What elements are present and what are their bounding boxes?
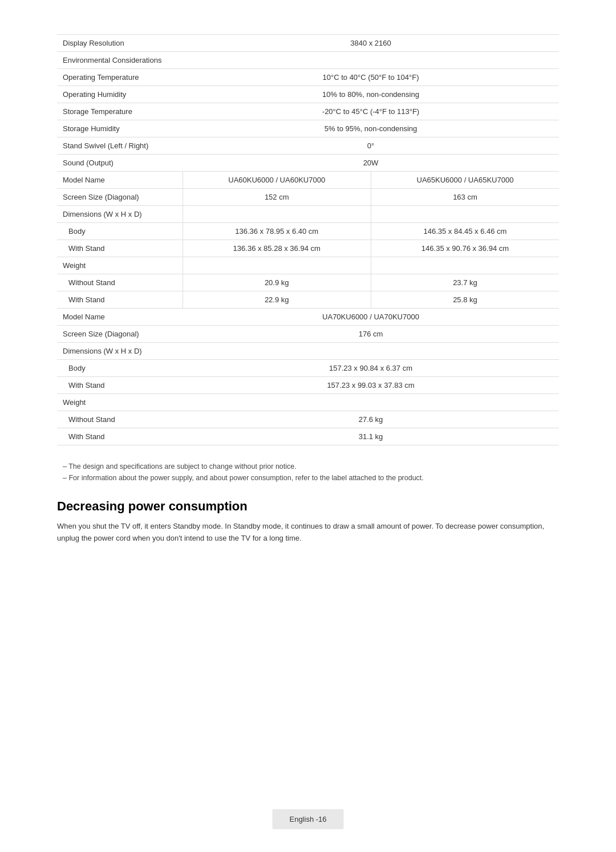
row-value-col2: 146.35 x 90.76 x 36.94 cm xyxy=(371,240,559,257)
note-2: – For information about the power supply… xyxy=(57,474,559,482)
row-label: Operating Temperature xyxy=(57,69,183,86)
table-row: Operating Temperature 10°C to 40°C (50°F… xyxy=(57,69,559,86)
row-value: 10°C to 40°C (50°F to 104°F) xyxy=(183,69,559,86)
table-row: Weight xyxy=(57,394,559,411)
row-value: 10% to 80%, non-condensing xyxy=(183,86,559,103)
row-value-col1: 136.36 x 85.28 x 36.94 cm xyxy=(183,240,371,257)
row-value: 157.23 x 99.03 x 37.83 cm xyxy=(183,377,559,394)
row-label: Storage Temperature xyxy=(57,103,183,120)
row-label: Without Stand xyxy=(57,274,183,291)
page-container: Display Resolution 3840 x 2160 Environme… xyxy=(0,0,616,590)
row-value-col2 xyxy=(371,206,559,223)
row-value: 3840 x 2160 xyxy=(183,35,559,52)
table-row: With Stand 31.1 kg xyxy=(57,428,559,445)
row-value: 20W xyxy=(183,155,559,172)
table-row: Environmental Considerations xyxy=(57,52,559,69)
table-row: Without Stand 20.9 kg 23.7 kg xyxy=(57,274,559,291)
row-label: Sound (Output) xyxy=(57,155,183,172)
table-row: Sound (Output) 20W xyxy=(57,155,559,172)
table-row-model2-header: Model Name UA70KU6000 / UA70KU7000 xyxy=(57,309,559,326)
row-value: 31.1 kg xyxy=(183,428,559,445)
row-value-col1: 152 cm xyxy=(183,189,371,206)
row-label: Body xyxy=(57,360,183,377)
table-row: Storage Humidity 5% to 95%, non-condensi… xyxy=(57,120,559,137)
row-label: Screen Size (Diagonal) xyxy=(57,326,183,343)
table-row: Storage Temperature -20°C to 45°C (-4°F … xyxy=(57,103,559,120)
row-label: With Stand xyxy=(57,291,183,309)
row-value-col2 xyxy=(371,257,559,274)
table-row: Screen Size (Diagonal) 176 cm xyxy=(57,326,559,343)
row-label: Model Name xyxy=(57,309,183,326)
row-label: Weight xyxy=(57,394,183,411)
table-row: With Stand 136.36 x 85.28 x 36.94 cm 146… xyxy=(57,240,559,257)
row-value: -20°C to 45°C (-4°F to 113°F) xyxy=(183,103,559,120)
row-label: Screen Size (Diagonal) xyxy=(57,189,183,206)
row-value: 176 cm xyxy=(183,326,559,343)
row-value: 0° xyxy=(183,137,559,155)
table-row-model-header: Model Name UA60KU6000 / UA60KU7000 UA65K… xyxy=(57,172,559,189)
row-label: Stand Swivel (Left / Right) xyxy=(57,137,183,155)
decreasing-power-section: Decreasing power consumption When you sh… xyxy=(57,499,559,545)
row-label: With Stand xyxy=(57,377,183,394)
footer-label: English -16 xyxy=(289,815,326,823)
table-row: Screen Size (Diagonal) 152 cm 163 cm xyxy=(57,189,559,206)
table-row: Dimensions (W x H x D) xyxy=(57,343,559,360)
page-footer: English -16 xyxy=(272,809,343,829)
section-body: When you shut the TV off, it enters Stan… xyxy=(57,521,559,545)
row-value xyxy=(183,52,559,69)
row-label: Weight xyxy=(57,257,183,274)
table-row: With Stand 157.23 x 99.03 x 37.83 cm xyxy=(57,377,559,394)
row-label: With Stand xyxy=(57,240,183,257)
row-value-col1: 136.36 x 78.95 x 6.40 cm xyxy=(183,223,371,240)
row-label: Without Stand xyxy=(57,411,183,428)
row-value: 157.23 x 90.84 x 6.37 cm xyxy=(183,360,559,377)
row-value: UA70KU6000 / UA70KU7000 xyxy=(183,309,559,326)
row-label: Body xyxy=(57,223,183,240)
row-value-col2: 23.7 kg xyxy=(371,274,559,291)
row-label: Operating Humidity xyxy=(57,86,183,103)
table-row: Operating Humidity 10% to 80%, non-conde… xyxy=(57,86,559,103)
table-row: With Stand 22.9 kg 25.8 kg xyxy=(57,291,559,309)
row-value-col2: 25.8 kg xyxy=(371,291,559,309)
row-value xyxy=(183,343,559,360)
table-row: Without Stand 27.6 kg xyxy=(57,411,559,428)
row-value-col2: UA65KU6000 / UA65KU7000 xyxy=(371,172,559,189)
row-value: 27.6 kg xyxy=(183,411,559,428)
row-label: Storage Humidity xyxy=(57,120,183,137)
table-row: Dimensions (W x H x D) xyxy=(57,206,559,223)
table-row: Display Resolution 3840 x 2160 xyxy=(57,35,559,52)
row-value xyxy=(183,394,559,411)
row-label: Dimensions (W x H x D) xyxy=(57,206,183,223)
row-value-col2: 163 cm xyxy=(371,189,559,206)
specs-table: Display Resolution 3840 x 2160 Environme… xyxy=(57,34,559,445)
notes-section: – The design and specifications are subj… xyxy=(57,462,559,482)
table-row: Weight xyxy=(57,257,559,274)
row-label: Model Name xyxy=(57,172,183,189)
row-value-col1 xyxy=(183,206,371,223)
section-heading: Decreasing power consumption xyxy=(57,499,559,514)
row-label: Display Resolution xyxy=(57,35,183,52)
row-value-col1: 20.9 kg xyxy=(183,274,371,291)
table-row: Body 157.23 x 90.84 x 6.37 cm xyxy=(57,360,559,377)
row-label: Dimensions (W x H x D) xyxy=(57,343,183,360)
table-row: Stand Swivel (Left / Right) 0° xyxy=(57,137,559,155)
row-label: With Stand xyxy=(57,428,183,445)
note-1: – The design and specifications are subj… xyxy=(57,462,559,470)
row-value-col1: 22.9 kg xyxy=(183,291,371,309)
row-label: Environmental Considerations xyxy=(57,52,183,69)
row-value-col1: UA60KU6000 / UA60KU7000 xyxy=(183,172,371,189)
row-value-col1 xyxy=(183,257,371,274)
table-row: Body 136.36 x 78.95 x 6.40 cm 146.35 x 8… xyxy=(57,223,559,240)
row-value: 5% to 95%, non-condensing xyxy=(183,120,559,137)
row-value-col2: 146.35 x 84.45 x 6.46 cm xyxy=(371,223,559,240)
